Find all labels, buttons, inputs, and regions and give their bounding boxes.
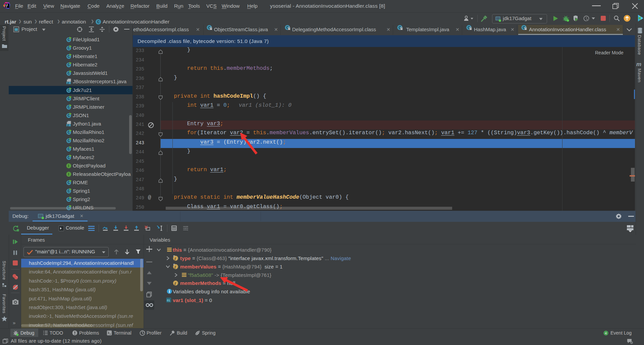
svg-text:01: 01 bbox=[167, 299, 170, 302]
svg-text:IJ: IJ bbox=[5, 3, 8, 7]
svg-text:4: 4 bbox=[605, 331, 607, 335]
svg-text:C: C bbox=[97, 20, 100, 24]
